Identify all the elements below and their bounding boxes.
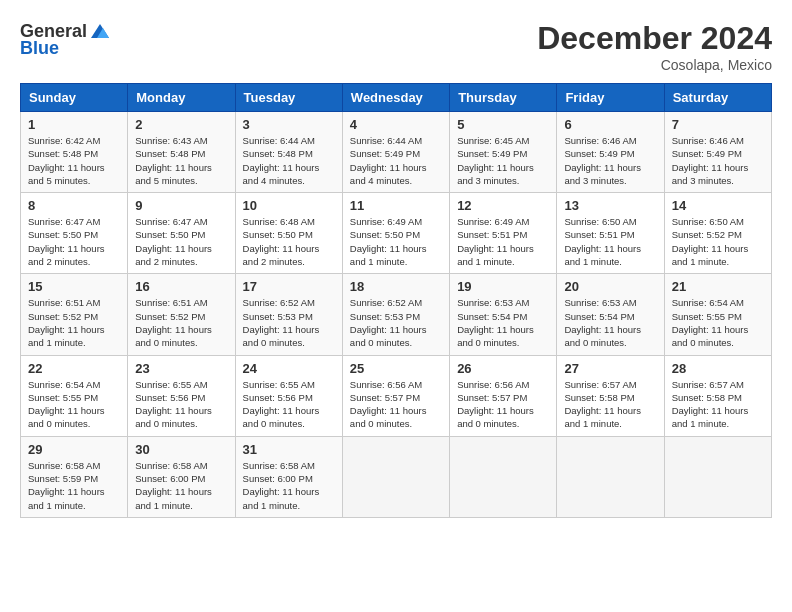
day-info: Sunrise: 6:47 AM Sunset: 5:50 PM Dayligh… (135, 215, 227, 268)
sunset-label: Sunset: 5:49 PM (672, 148, 742, 159)
calendar-header-row: SundayMondayTuesdayWednesdayThursdayFrid… (21, 84, 772, 112)
day-info: Sunrise: 6:46 AM Sunset: 5:49 PM Dayligh… (672, 134, 764, 187)
day-number: 9 (135, 198, 227, 213)
calendar-day-cell: 9 Sunrise: 6:47 AM Sunset: 5:50 PM Dayli… (128, 193, 235, 274)
sunrise-label: Sunrise: 6:53 AM (564, 297, 636, 308)
daylight-label: Daylight: 11 hours and 2 minutes. (135, 243, 212, 267)
sunset-label: Sunset: 5:52 PM (135, 311, 205, 322)
day-number: 3 (243, 117, 335, 132)
sunset-label: Sunset: 5:57 PM (350, 392, 420, 403)
day-number: 19 (457, 279, 549, 294)
sunrise-label: Sunrise: 6:55 AM (243, 379, 315, 390)
day-number: 31 (243, 442, 335, 457)
sunset-label: Sunset: 5:48 PM (243, 148, 313, 159)
daylight-label: Daylight: 11 hours and 0 minutes. (672, 324, 749, 348)
calendar-week-row: 22 Sunrise: 6:54 AM Sunset: 5:55 PM Dayl… (21, 355, 772, 436)
sunrise-label: Sunrise: 6:51 AM (28, 297, 100, 308)
calendar-day-cell: 30 Sunrise: 6:58 AM Sunset: 6:00 PM Dayl… (128, 436, 235, 517)
weekday-header-saturday: Saturday (664, 84, 771, 112)
day-info: Sunrise: 6:55 AM Sunset: 5:56 PM Dayligh… (243, 378, 335, 431)
sunrise-label: Sunrise: 6:58 AM (135, 460, 207, 471)
calendar-day-cell: 27 Sunrise: 6:57 AM Sunset: 5:58 PM Dayl… (557, 355, 664, 436)
sunrise-label: Sunrise: 6:50 AM (564, 216, 636, 227)
day-info: Sunrise: 6:46 AM Sunset: 5:49 PM Dayligh… (564, 134, 656, 187)
day-number: 5 (457, 117, 549, 132)
sunset-label: Sunset: 5:58 PM (672, 392, 742, 403)
sunset-label: Sunset: 5:55 PM (672, 311, 742, 322)
sunset-label: Sunset: 5:49 PM (350, 148, 420, 159)
daylight-label: Daylight: 11 hours and 0 minutes. (457, 324, 534, 348)
sunrise-label: Sunrise: 6:56 AM (350, 379, 422, 390)
day-info: Sunrise: 6:58 AM Sunset: 6:00 PM Dayligh… (243, 459, 335, 512)
logo-blue: Blue (20, 38, 59, 59)
day-info: Sunrise: 6:52 AM Sunset: 5:53 PM Dayligh… (243, 296, 335, 349)
sunrise-label: Sunrise: 6:47 AM (28, 216, 100, 227)
sunrise-label: Sunrise: 6:47 AM (135, 216, 207, 227)
weekday-header-wednesday: Wednesday (342, 84, 449, 112)
calendar-day-cell (557, 436, 664, 517)
weekday-header-thursday: Thursday (450, 84, 557, 112)
day-info: Sunrise: 6:50 AM Sunset: 5:52 PM Dayligh… (672, 215, 764, 268)
calendar-day-cell: 18 Sunrise: 6:52 AM Sunset: 5:53 PM Dayl… (342, 274, 449, 355)
daylight-label: Daylight: 11 hours and 2 minutes. (28, 243, 105, 267)
sunrise-label: Sunrise: 6:55 AM (135, 379, 207, 390)
sunset-label: Sunset: 5:57 PM (457, 392, 527, 403)
day-number: 25 (350, 361, 442, 376)
day-info: Sunrise: 6:55 AM Sunset: 5:56 PM Dayligh… (135, 378, 227, 431)
day-number: 28 (672, 361, 764, 376)
daylight-label: Daylight: 11 hours and 0 minutes. (243, 324, 320, 348)
sunset-label: Sunset: 6:00 PM (135, 473, 205, 484)
calendar-day-cell: 29 Sunrise: 6:58 AM Sunset: 5:59 PM Dayl… (21, 436, 128, 517)
calendar-day-cell (450, 436, 557, 517)
day-number: 26 (457, 361, 549, 376)
daylight-label: Daylight: 11 hours and 5 minutes. (28, 162, 105, 186)
day-number: 14 (672, 198, 764, 213)
day-number: 17 (243, 279, 335, 294)
day-number: 27 (564, 361, 656, 376)
calendar-table: SundayMondayTuesdayWednesdayThursdayFrid… (20, 83, 772, 518)
daylight-label: Daylight: 11 hours and 3 minutes. (672, 162, 749, 186)
calendar-day-cell: 13 Sunrise: 6:50 AM Sunset: 5:51 PM Dayl… (557, 193, 664, 274)
logo-icon (89, 20, 111, 42)
day-number: 12 (457, 198, 549, 213)
day-info: Sunrise: 6:53 AM Sunset: 5:54 PM Dayligh… (457, 296, 549, 349)
day-info: Sunrise: 6:43 AM Sunset: 5:48 PM Dayligh… (135, 134, 227, 187)
day-info: Sunrise: 6:54 AM Sunset: 5:55 PM Dayligh… (28, 378, 120, 431)
calendar-day-cell: 26 Sunrise: 6:56 AM Sunset: 5:57 PM Dayl… (450, 355, 557, 436)
daylight-label: Daylight: 11 hours and 1 minute. (457, 243, 534, 267)
calendar-day-cell: 21 Sunrise: 6:54 AM Sunset: 5:55 PM Dayl… (664, 274, 771, 355)
sunrise-label: Sunrise: 6:46 AM (564, 135, 636, 146)
sunrise-label: Sunrise: 6:49 AM (350, 216, 422, 227)
calendar-day-cell: 11 Sunrise: 6:49 AM Sunset: 5:50 PM Dayl… (342, 193, 449, 274)
day-info: Sunrise: 6:56 AM Sunset: 5:57 PM Dayligh… (350, 378, 442, 431)
title-area: December 2024 Cosolapa, Mexico (537, 20, 772, 73)
daylight-label: Daylight: 11 hours and 0 minutes. (28, 405, 105, 429)
daylight-label: Daylight: 11 hours and 1 minute. (564, 405, 641, 429)
calendar-day-cell: 6 Sunrise: 6:46 AM Sunset: 5:49 PM Dayli… (557, 112, 664, 193)
calendar-day-cell: 1 Sunrise: 6:42 AM Sunset: 5:48 PM Dayli… (21, 112, 128, 193)
daylight-label: Daylight: 11 hours and 1 minute. (28, 324, 105, 348)
sunrise-label: Sunrise: 6:45 AM (457, 135, 529, 146)
day-number: 24 (243, 361, 335, 376)
calendar-day-cell: 7 Sunrise: 6:46 AM Sunset: 5:49 PM Dayli… (664, 112, 771, 193)
sunset-label: Sunset: 5:53 PM (350, 311, 420, 322)
calendar-day-cell: 12 Sunrise: 6:49 AM Sunset: 5:51 PM Dayl… (450, 193, 557, 274)
day-number: 20 (564, 279, 656, 294)
day-number: 21 (672, 279, 764, 294)
day-info: Sunrise: 6:48 AM Sunset: 5:50 PM Dayligh… (243, 215, 335, 268)
calendar-week-row: 8 Sunrise: 6:47 AM Sunset: 5:50 PM Dayli… (21, 193, 772, 274)
day-info: Sunrise: 6:56 AM Sunset: 5:57 PM Dayligh… (457, 378, 549, 431)
calendar-day-cell: 20 Sunrise: 6:53 AM Sunset: 5:54 PM Dayl… (557, 274, 664, 355)
sunrise-label: Sunrise: 6:46 AM (672, 135, 744, 146)
daylight-label: Daylight: 11 hours and 0 minutes. (135, 405, 212, 429)
calendar-day-cell: 24 Sunrise: 6:55 AM Sunset: 5:56 PM Dayl… (235, 355, 342, 436)
sunrise-label: Sunrise: 6:42 AM (28, 135, 100, 146)
day-info: Sunrise: 6:58 AM Sunset: 6:00 PM Dayligh… (135, 459, 227, 512)
day-number: 6 (564, 117, 656, 132)
calendar-day-cell: 19 Sunrise: 6:53 AM Sunset: 5:54 PM Dayl… (450, 274, 557, 355)
calendar-day-cell: 31 Sunrise: 6:58 AM Sunset: 6:00 PM Dayl… (235, 436, 342, 517)
day-number: 11 (350, 198, 442, 213)
daylight-label: Daylight: 11 hours and 4 minutes. (350, 162, 427, 186)
logo: General Blue (20, 20, 111, 59)
sunset-label: Sunset: 5:54 PM (457, 311, 527, 322)
